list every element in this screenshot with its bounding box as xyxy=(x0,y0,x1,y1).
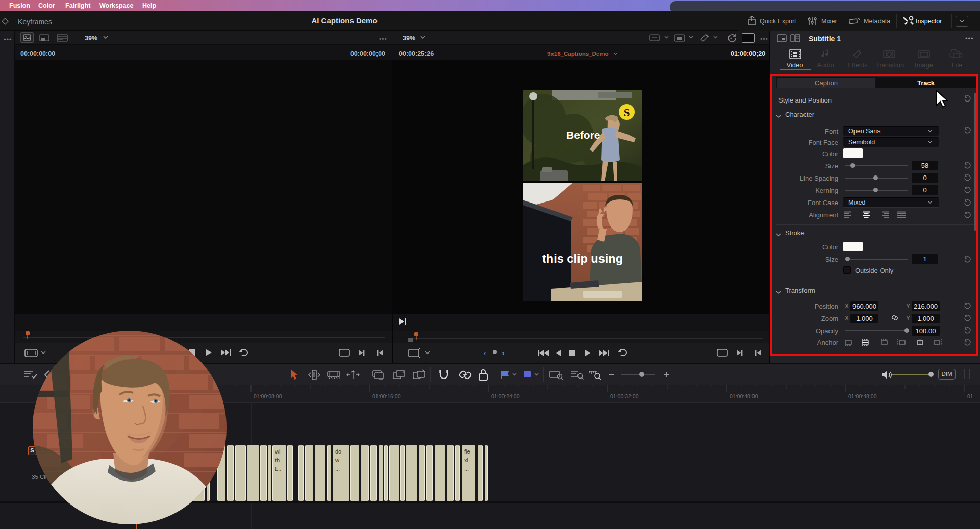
svg-text:Before: Before xyxy=(566,129,600,141)
svg-text:01:00:08:00: 01:00:08:00 xyxy=(254,393,282,399)
svg-text:01:00:40:00: 01:00:40:00 xyxy=(730,393,758,399)
svg-text:this clip using: this clip using xyxy=(542,252,623,265)
svg-text:S: S xyxy=(624,107,630,119)
svg-text:01:00:16:00: 01:00:16:00 xyxy=(372,393,401,399)
svg-text:01:00:24:00: 01:00:24:00 xyxy=(491,393,520,399)
svg-text:01:00:32:00: 01:00:32:00 xyxy=(610,393,639,399)
svg-text:01: 01 xyxy=(967,393,973,399)
svg-text:01:00:48:00: 01:00:48:00 xyxy=(848,393,877,399)
